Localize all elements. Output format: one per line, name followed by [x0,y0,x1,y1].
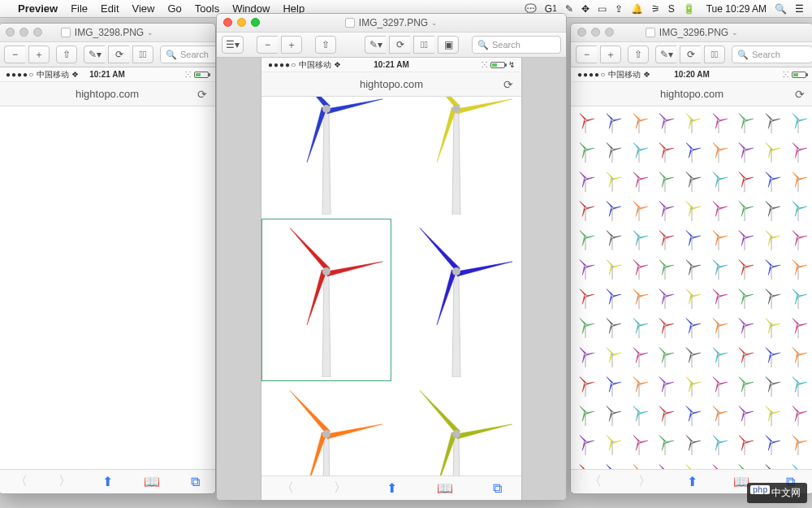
mini-turbine[interactable] [732,284,758,313]
rotate-button[interactable]: ⟳ [389,36,410,54]
reload-icon[interactable]: ⟳ [795,88,805,101]
mini-turbine[interactable] [705,430,732,459]
battery-icon[interactable]: 🔋 [683,3,695,15]
evernote-icon[interactable]: ✎ [565,3,573,15]
mini-turbine[interactable] [572,108,599,137]
page-content-big-turbines[interactable] [261,97,521,475]
mini-turbine[interactable] [784,225,811,254]
mini-turbine[interactable] [758,430,785,459]
bookmarks-icon[interactable]: 📖 [144,474,160,489]
mini-turbine[interactable] [599,313,626,342]
mini-turbine[interactable] [758,196,785,225]
mini-turbine[interactable] [625,284,652,313]
mini-turbine[interactable] [732,167,758,196]
mini-turbine[interactable] [784,167,811,196]
mini-turbine[interactable] [732,430,758,459]
mini-turbine[interactable] [679,284,706,313]
mini-turbine[interactable] [652,371,679,401]
mini-turbine[interactable] [732,137,758,167]
share-icon[interactable]: ⬆︎ [387,480,397,496]
zoom-out-button[interactable]: − [4,46,25,63]
mini-turbine[interactable] [652,196,679,225]
rotate-button[interactable]: ⟳ [108,46,129,63]
bell-icon[interactable]: 🔔 [631,3,643,15]
traffic-lights[interactable] [577,28,614,37]
mini-turbine[interactable] [652,167,679,196]
mini-turbine[interactable] [758,459,785,469]
zoom-icon[interactable] [605,28,614,37]
reload-icon[interactable]: ⟳ [197,88,207,101]
mini-turbine[interactable] [599,430,626,459]
mini-turbine[interactable] [572,371,599,401]
mini-turbine[interactable] [652,225,679,254]
turbine-cell[interactable] [261,381,391,475]
mini-turbine[interactable] [572,459,599,469]
turbine-cell[interactable] [261,219,391,381]
tool-icon[interactable]: ✥ [581,3,590,15]
mini-turbine[interactable] [758,167,785,196]
markup-button[interactable]: ✎⃝ [413,36,434,54]
wifi-icon[interactable]: ⚞ [651,3,660,15]
forward-icon[interactable]: 〉 [334,480,347,497]
page-content-dots[interactable] [0,106,215,493]
mini-turbine[interactable] [784,430,811,459]
mini-turbine[interactable] [679,401,706,430]
crop-button[interactable]: ▣ [438,36,459,54]
mini-turbine[interactable] [784,284,811,313]
mini-turbine[interactable] [758,371,785,401]
rotate-button[interactable]: ⟳ [680,46,701,63]
mini-turbine[interactable] [784,371,811,401]
page-content-turbine-grid[interactable] [571,106,812,469]
mini-turbine[interactable] [599,254,626,284]
markup-button[interactable]: ✎⃝ [132,46,153,63]
titlebar-left[interactable]: IMG_3298.PNG ⌄ [0,24,215,41]
mini-turbine[interactable] [572,196,599,225]
mini-turbine[interactable] [652,342,679,371]
mini-turbine[interactable] [625,430,652,459]
mini-turbine[interactable] [758,225,785,254]
mini-turbine[interactable] [705,225,732,254]
mini-turbine[interactable] [732,313,758,342]
mini-turbine[interactable] [679,225,706,254]
zoom-in-button[interactable]: ＋ [28,46,50,63]
reload-icon[interactable]: ⟳ [503,78,513,91]
mini-turbine[interactable] [705,459,732,469]
spotlight-icon[interactable]: 🔍 [775,3,787,15]
mini-turbine[interactable] [599,371,626,401]
close-icon[interactable] [223,18,232,27]
search-input[interactable]: 🔍Search [472,36,561,54]
mini-turbine[interactable] [599,137,626,167]
back-icon[interactable]: 〈 [589,473,602,490]
back-icon[interactable]: 〈 [15,473,28,490]
minimize-icon[interactable] [237,18,246,27]
close-icon[interactable] [6,28,15,37]
mini-turbine[interactable] [652,313,679,342]
chevron-down-icon[interactable]: ⌄ [147,28,153,37]
mini-turbine[interactable] [652,108,679,137]
mini-turbine[interactable] [625,196,652,225]
mini-turbine[interactable] [625,137,652,167]
mini-turbine[interactable] [679,430,706,459]
mini-turbine[interactable] [652,254,679,284]
mini-turbine[interactable] [599,342,626,371]
mini-turbine[interactable] [784,137,811,167]
mini-turbine[interactable] [784,313,811,342]
mini-turbine[interactable] [758,254,785,284]
turbine-cell[interactable] [391,97,521,219]
mini-turbine[interactable] [758,342,785,371]
mini-turbine[interactable] [784,342,811,371]
mini-turbine[interactable] [758,401,785,430]
sidebar-button[interactable]: ☰▾ [222,36,244,54]
zoom-in-button[interactable]: ＋ [281,36,302,54]
mini-turbine[interactable] [572,401,599,430]
mini-turbine[interactable] [625,313,652,342]
mini-turbine[interactable] [705,401,732,430]
highlight-button[interactable]: ✎▾ [84,46,105,63]
mini-turbine[interactable] [784,254,811,284]
mini-turbine[interactable] [679,459,706,469]
minimize-icon[interactable] [19,28,28,37]
mini-turbine[interactable] [625,401,652,430]
titlebar-center[interactable]: IMG_3297.PNG ⌄ [217,14,566,32]
mini-turbine[interactable] [572,137,599,167]
mini-turbine[interactable] [679,313,706,342]
